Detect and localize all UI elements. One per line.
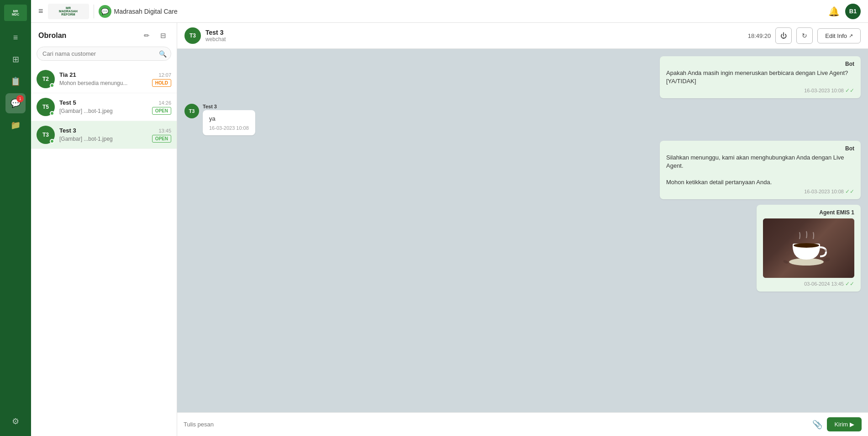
messages-area: Bot Apakah Anda masih ingin meneruskan b…: [177, 49, 868, 412]
avatar: T3: [37, 126, 55, 144]
sidebar-item-reports[interactable]: 📋: [5, 71, 26, 91]
sidebar-item-contacts[interactable]: 📁: [5, 115, 26, 135]
topbar-right: 🔔 B1: [828, 4, 861, 19]
send-button[interactable]: Kirim ▶: [827, 417, 862, 431]
logo: MRMDC: [4, 5, 27, 21]
message-image: [763, 218, 854, 278]
message-bubble: Bot Apakah Anda masih ingin meneruskan b…: [660, 56, 861, 98]
chat-header-avatar: T3: [184, 27, 201, 44]
filter-button[interactable]: ⊟: [157, 29, 169, 42]
coffee-image-placeholder: [763, 218, 854, 278]
contact-name: Test 3: [205, 29, 743, 36]
chat-header: T3 Test 3 webchat 18:49:20 ⏻ ↻ Edit Info…: [177, 23, 868, 49]
logo-area: MRMDC: [0, 5, 31, 21]
topbar-divider: [94, 5, 94, 18]
chat-item-info: Tia 21 12:07 Mohon bersedia menungu... H…: [59, 71, 171, 87]
sidebar: MRMDC ≡ ⊞ 📋 💬 1 📁 ⚙: [0, 0, 31, 436]
input-area: 📎 Kirim ▶: [177, 412, 868, 436]
topbar: ≡ MRMADRASAHREFORM 💬 Madrasah Digital Ca…: [31, 0, 868, 23]
brand-logo: MRMADRASAHREFORM: [48, 4, 89, 19]
timestamp-display: 18:49:20: [748, 32, 771, 39]
chat-header-right: 18:49:20 ⏻ ↻ Edit Info ↗: [748, 27, 861, 44]
message-wrapper: T3 Test 3 ya 16-03-2023 10:08: [184, 104, 861, 135]
menu-icon: ≡: [13, 33, 18, 43]
topbar-menu-icon[interactable]: ≡: [38, 6, 43, 16]
msg-avatar: T3: [184, 104, 199, 118]
svg-point-5: [823, 257, 831, 262]
status-badge: OPEN: [152, 135, 171, 143]
filter-icon: ⊟: [160, 32, 166, 40]
coffee-svg: [781, 225, 836, 271]
notification-bell[interactable]: 🔔: [828, 6, 840, 17]
search-input[interactable]: [37, 47, 171, 61]
chat-list-header: Obrolan ✏ ⊟: [31, 23, 177, 47]
edit-info-button[interactable]: Edit Info ↗: [817, 28, 861, 43]
chat-badge: 1: [16, 95, 24, 102]
app-name-label: Madrasah Digital Care: [114, 8, 178, 15]
svg-point-3: [785, 250, 791, 256]
user-avatar[interactable]: B1: [845, 4, 861, 19]
message-bubble: ya 16-03-2023 10:08: [203, 110, 255, 135]
attachment-button[interactable]: 📎: [812, 420, 822, 430]
external-link-icon: ↗: [849, 33, 853, 39]
sidebar-item-menu[interactable]: ≡: [5, 27, 26, 48]
chat-header-info: Test 3 webchat: [205, 29, 743, 43]
checkmark-icon: ✓✓: [845, 87, 854, 94]
chat-list-icons: ✏ ⊟: [140, 29, 169, 42]
list-item[interactable]: T5 Test 5 14:26 [Gambar] ...bot-1.jpeg O…: [31, 93, 177, 121]
online-indicator: [50, 83, 54, 88]
new-chat-button[interactable]: ✏: [140, 29, 153, 42]
online-indicator: [50, 111, 54, 116]
power-button[interactable]: ⏻: [775, 27, 792, 44]
refresh-button[interactable]: ↻: [796, 27, 813, 44]
checkmark-icon: ✓✓: [845, 188, 854, 195]
avatar: T5: [37, 98, 55, 116]
sidebar-item-dashboard[interactable]: ⊞: [5, 49, 26, 69]
message-input[interactable]: [184, 421, 808, 428]
dashboard-icon: ⊞: [12, 54, 19, 64]
search-box: 🔍: [37, 47, 171, 61]
chat-item-info: Test 5 14:26 [Gambar] ...bot-1.jpeg OPEN: [59, 99, 171, 115]
message-bubble: Bot Silahkan menunggu, kami akan menghub…: [660, 141, 861, 200]
status-badge: HOLD: [152, 79, 171, 87]
online-indicator: [50, 139, 54, 144]
topbar-app-name: 💬 Madrasah Digital Care: [99, 5, 178, 18]
contacts-icon: 📁: [11, 120, 21, 130]
status-badge: OPEN: [152, 107, 171, 115]
app-icon: 💬: [99, 5, 111, 18]
list-item[interactable]: T2 Tia 21 12:07 Mohon bersedia menungu..…: [31, 65, 177, 93]
chat-area: T3 Test 3 webchat 18:49:20 ⏻ ↻ Edit Info…: [177, 23, 868, 436]
main-container: Obrolan ✏ ⊟ 🔍 T2 Tia 21: [31, 23, 868, 436]
power-icon: ⏻: [780, 32, 787, 39]
settings-icon: ⚙: [12, 416, 19, 426]
svg-point-2: [794, 243, 819, 248]
sidebar-item-settings[interactable]: ⚙: [5, 411, 26, 431]
chat-list-title: Obrolan: [38, 32, 66, 40]
send-icon: ▶: [850, 421, 854, 428]
chat-list-panel: Obrolan ✏ ⊟ 🔍 T2 Tia 21: [31, 23, 177, 436]
topbar-brand: MRMADRASAHREFORM: [48, 4, 89, 19]
sidebar-item-chat[interactable]: 💬 1: [5, 93, 26, 113]
sender-label: Test 3: [203, 104, 255, 109]
list-item[interactable]: T3 Test 3 13:45 [Gambar] ...bot-1.jpeg O…: [31, 121, 177, 149]
checkmark-icon: ✓✓: [845, 281, 854, 287]
avatar: T2: [37, 70, 55, 88]
message-bubble: Agent EMIS 1: [757, 205, 861, 292]
contact-channel: webchat: [205, 36, 743, 43]
refresh-icon: ↻: [802, 32, 807, 39]
chat-item-info: Test 3 13:45 [Gambar] ...bot-1.jpeg OPEN: [59, 127, 171, 143]
search-icon: 🔍: [159, 50, 167, 58]
svg-point-6: [783, 260, 789, 265]
reports-icon: 📋: [11, 76, 21, 86]
compose-icon: ✏: [144, 32, 150, 40]
